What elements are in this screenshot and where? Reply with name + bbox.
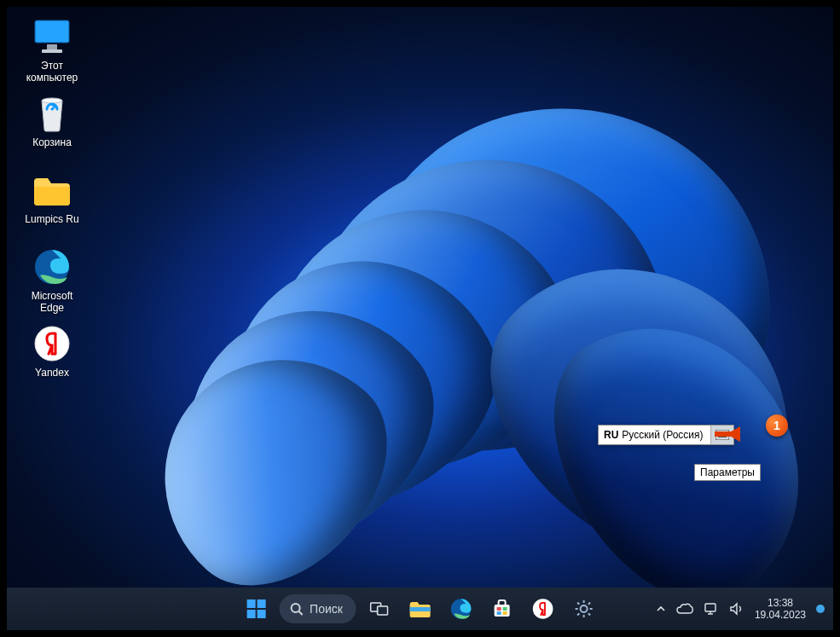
svg-rect-13 (246, 599, 255, 608)
desktop-icon-label: Lumpics Ru (25, 213, 78, 225)
start-button[interactable] (238, 591, 274, 627)
svg-rect-26 (497, 611, 501, 615)
desktop-icon-label: Yandex (35, 367, 69, 379)
taskbar-center: Поиск (238, 588, 602, 630)
svg-rect-24 (497, 607, 501, 611)
task-view-button[interactable] (362, 591, 397, 627)
svg-rect-16 (257, 610, 265, 618)
svg-point-29 (581, 605, 588, 612)
svg-rect-3 (42, 49, 62, 53)
system-tray: 13:38 19.04.2023 (656, 588, 825, 630)
language-flyout[interactable]: RU Русский (Россия) (598, 425, 734, 445)
folder-icon (32, 171, 72, 210)
annotation-number: 1 (773, 419, 780, 432)
svg-rect-25 (503, 607, 507, 611)
language-code: RU (599, 429, 622, 441)
desktop-icon-edge[interactable]: MicrosoftEdge (19, 247, 85, 314)
taskbar-pin-store[interactable] (484, 591, 520, 627)
onedrive-icon[interactable] (676, 603, 693, 615)
desktop-icon-label: Microsoft (32, 290, 73, 302)
language-name: Русский (Россия) (622, 429, 710, 441)
tray-date: 19.04.2023 (755, 609, 806, 621)
svg-rect-38 (705, 604, 715, 611)
search-icon (289, 602, 303, 616)
svg-line-34 (577, 603, 579, 605)
svg-rect-15 (246, 610, 255, 618)
taskbar-pin-edge[interactable] (443, 591, 479, 627)
desktop-icon-label: Этот (41, 60, 63, 72)
tooltip-text: Параметры (700, 466, 755, 478)
svg-line-36 (577, 613, 579, 615)
taskbar: Поиск (7, 588, 833, 630)
taskbar-search[interactable]: Поиск (279, 594, 356, 623)
svg-point-4 (42, 98, 62, 103)
desktop-icon-recycle-bin[interactable]: Корзина (19, 94, 85, 148)
desktop-icon-this-pc[interactable]: Этоткомпьютер (19, 17, 85, 84)
edge-icon (32, 247, 72, 287)
svg-point-6 (35, 327, 69, 361)
desktop-icon-yandex[interactable]: Yandex (19, 324, 85, 379)
recycle-bin-icon (32, 94, 72, 133)
svg-rect-23 (495, 605, 510, 617)
svg-rect-20 (378, 606, 388, 615)
notifications-button[interactable] (816, 605, 825, 613)
svg-point-28 (533, 599, 553, 619)
tooltip: Параметры (694, 464, 761, 481)
desktop-icon-label: Edge (40, 302, 64, 314)
clock-button[interactable]: 13:38 19.04.2023 (755, 597, 806, 621)
taskbar-pin-yandex[interactable] (525, 591, 561, 627)
tray-time: 13:38 (755, 597, 806, 609)
svg-rect-21 (410, 607, 431, 611)
desktop[interactable]: Этоткомпьютер Корзина Lumpics Ru Microso… (7, 7, 833, 630)
desktop-icon-label: Корзина (32, 136, 72, 148)
svg-rect-2 (47, 44, 57, 49)
yandex-icon (32, 324, 72, 363)
network-icon[interactable] (704, 602, 719, 616)
taskbar-pin-settings[interactable] (566, 591, 602, 627)
svg-line-35 (588, 613, 590, 615)
taskbar-pin-explorer[interactable] (403, 591, 438, 627)
svg-rect-0 (35, 20, 69, 43)
svg-line-18 (298, 611, 302, 615)
search-label: Поиск (310, 602, 343, 616)
volume-icon[interactable] (729, 602, 744, 616)
annotation-marker: 1 (766, 414, 788, 437)
desktop-icon-label: компьютер (26, 72, 78, 84)
tray-overflow-button[interactable] (656, 604, 666, 614)
svg-point-17 (291, 604, 299, 612)
monitor-icon (32, 17, 72, 56)
svg-rect-14 (257, 599, 265, 608)
svg-rect-27 (503, 611, 507, 615)
svg-line-37 (588, 603, 590, 605)
desktop-icon-folder[interactable]: Lumpics Ru (19, 171, 85, 225)
